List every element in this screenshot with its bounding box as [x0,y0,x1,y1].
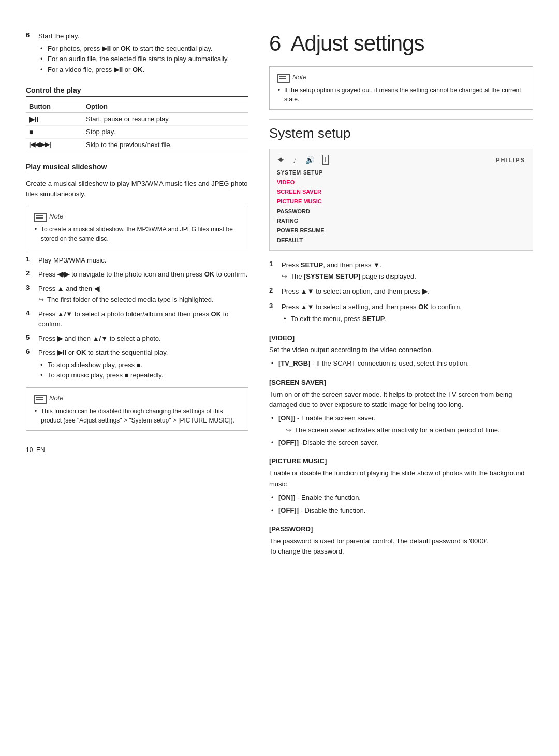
opt-play: Start, pause or resume play. [83,113,248,126]
note-box-1: Note To create a musical slideshow, the … [26,206,248,249]
screen-saver-on: [ON]] - Enable the screen saver. ↪ The s… [278,413,533,435]
musical-steps: 1 Play MP3/WMA music. 2 Press ◀/▶ to nav… [26,255,248,382]
step-6-bullet-1: For photos, press ▶II or OK to start the… [48,43,248,54]
setup-item-power-resume: POWER RESUME [277,226,525,236]
right-step-3-num: 3 [269,302,277,310]
right-note-box: Note If the setup option is grayed out, … [269,66,533,110]
setup-menu-label: SYSTEM SETUP [277,170,525,176]
opt-stop: Stop play. [83,126,248,139]
note-1-text: To create a musical slideshow, the MP3/W… [41,225,241,243]
setup-item-video: VIDEO [277,178,525,187]
step-6-bullet-3: For a video file, press ▶II or OK. [48,65,248,76]
right-step-2: 2 Press ▲▼ to select an option, and them… [269,286,533,297]
right-step-3-bullet: To exit the menu, press SETUP. [291,314,533,325]
musical-step-4-content: Press ▲/▼ to select a photo folder/album… [38,309,248,329]
chapter-num: 6 [269,31,281,55]
musical-step-3-content: Press ▲ and then ◀. ↪ The first folder o… [38,284,248,305]
musical-step-6-bullet-1: To stop slideshow play, press ■. [48,360,248,371]
screen-saver-title: [SCREEN SAVER] [269,379,533,386]
picture-music-section: [PICTURE MUSIC] Enable or disable the fu… [269,457,533,516]
musical-step-2-num: 2 [26,269,34,277]
musical-step-3: 3 Press ▲ and then ◀. ↪ The first folder… [26,284,248,305]
note-1-header: Note [34,211,241,222]
musical-step-2: 2 Press ◀/▶ to navigate to the photo ico… [26,269,248,280]
musical-step-5-content: Press ▶ and then ▲/▼ to select a photo. [38,333,248,344]
opt-skip: Skip to the previous/next file. [83,139,248,151]
screen-saver-desc: Turn on or off the screen saver mode. It… [269,389,533,410]
setup-menu-bar: ✦ ♪ 🔊 i PHILIPS [277,154,525,166]
control-table-title: Control the play [26,86,248,97]
musical-step-1-num: 1 [26,255,34,263]
screen-saver-on-arrow: The screen saver activates after inactiv… [295,425,500,435]
picture-music-off: [OFF]] - Disable the function. [278,505,533,516]
divider [269,119,533,120]
col-button: Button [26,100,83,113]
password-section: [PASSWORD] The password is used for pare… [269,525,533,557]
note-icon-2 [34,394,45,403]
musical-step-6-num: 6 [26,347,34,355]
col-option: Option [83,100,248,113]
step-6-bullet-2: For an audio file, the selected file sta… [48,54,248,65]
right-step-1-content: Press SETUP, and then press ▼. ↪ The [SY… [282,260,533,281]
password-title: [PASSWORD] [269,525,533,533]
musical-step-1: 1 Play MP3/WMA music. [26,255,248,266]
musical-step-6-bullet-2: To stop music play, press ■ repeatedly. [48,370,248,381]
setup-icon-info: i [322,155,329,165]
step-6-text: Start the play. [38,32,79,40]
philips-logo: PHILIPS [496,157,525,163]
right-step-1: 1 Press SETUP, and then press ▼. ↪ The [… [269,260,533,281]
chapter-title: 6 Adjust settings [269,31,533,56]
system-setup-title: System setup [269,125,533,141]
control-grid: Button Option ▶II Start, pause or resume… [26,100,248,151]
picture-music-on: [ON]] - Enable the function. [278,492,533,503]
right-step-3: 3 Press ▲▼ to select a setting, and then… [269,302,533,325]
musical-step-2-content: Press ◀/▶ to navigate to the photo icon … [38,269,248,280]
picture-music-title: [PICTURE MUSIC] [269,457,533,465]
video-tv-rgb: [TV_RGB] - If the SCART connection is us… [278,358,533,369]
video-section-title: [VIDEO] [269,334,533,342]
video-section: [VIDEO] Set the video output according t… [269,334,533,369]
right-column: 6 Adjust settings Note If the setup opti… [269,31,533,725]
musical-step-3-num: 3 [26,284,34,292]
password-desc: The password is used for parental contro… [269,536,533,557]
right-steps: 1 Press SETUP, and then press ▼. ↪ The [… [269,260,533,325]
musical-step-4: 4 Press ▲/▼ to select a photo folder/alb… [26,309,248,329]
video-section-desc: Set the video output according to the vi… [269,345,533,355]
right-step-1-arrow: The [SYSTEM SETUP] page is displayed. [290,271,416,282]
right-note-text: If the setup option is grayed out, it me… [284,85,525,104]
musical-step-6: 6 Press ▶II or OK to start the sequentia… [26,347,248,381]
note-2-text: This function can be disabled through ch… [41,406,241,425]
note-icon-1 [34,212,45,221]
note-box-2: Note This function can be disabled throu… [26,387,248,431]
right-step-2-content: Press ▲▼ to select an option, and them p… [282,286,533,297]
picture-music-desc: Enable or disable the function of playin… [269,468,533,489]
page: 6 Start the play. For photos, press ▶II … [0,0,559,756]
page-number: 10 EN [26,446,248,454]
step-6-number: 6 [26,31,34,39]
control-table: Control the play Button Option ▶II Start… [26,86,248,151]
setup-item-rating: RATING [277,216,525,226]
setup-icon-speaker: 🔊 [305,156,314,164]
musical-step-5-num: 5 [26,333,34,341]
setup-icon-wrench: ✦ [277,154,285,166]
right-step-3-content: Press ▲▼ to select a setting, and then p… [282,302,533,325]
musical-step-1-content: Play MP3/WMA music. [38,255,248,266]
setup-item-picture-music: PICTURE MUSIC [277,197,525,207]
musical-step-5: 5 Press ▶ and then ▲/▼ to select a photo… [26,333,248,344]
right-note-icon [277,72,288,82]
note-2-label: Note [49,393,63,403]
btn-stop: ■ [26,126,83,139]
screen-saver-off: [OFF]] -Disable the screen saver. [278,438,533,448]
note-2-header: Note [34,393,241,403]
right-note-label: Note [292,72,306,82]
setup-item-screen-saver: SCREEN SAVER [277,187,525,197]
play-musical-desc: Create a musical slideshow to play MP3/W… [26,179,248,199]
setup-icon-music: ♪ [293,155,297,164]
musical-step-4-num: 4 [26,309,34,317]
musical-step-3-arrow: The first folder of the selected media t… [47,295,214,305]
play-musical-title: Play musical slideshow [26,163,248,173]
screen-saver-section: [SCREEN SAVER] Turn on or off the screen… [269,379,533,448]
system-setup-image: ✦ ♪ 🔊 i PHILIPS SYSTEM SETUP VIDEO SCREE… [269,149,533,251]
right-step-1-num: 1 [269,260,277,268]
chapter-title-text: Adjust settings [290,31,424,55]
